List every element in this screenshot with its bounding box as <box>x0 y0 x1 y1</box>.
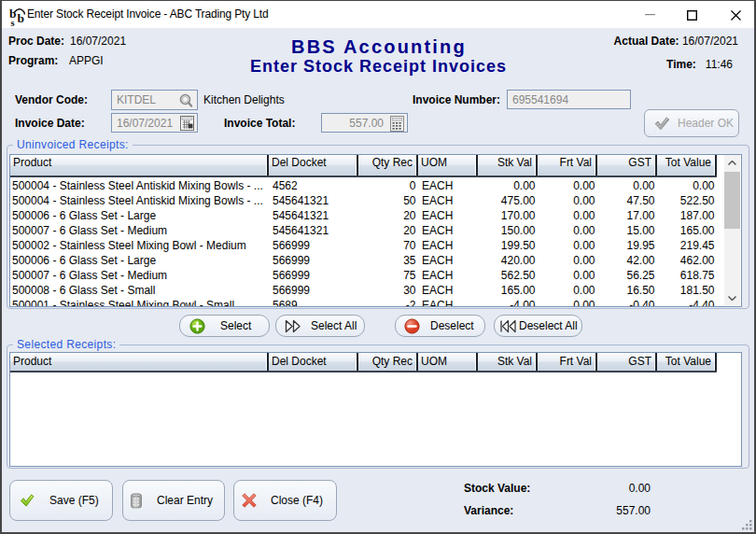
svg-text:s: s <box>11 18 15 27</box>
svg-text:b: b <box>18 11 25 25</box>
